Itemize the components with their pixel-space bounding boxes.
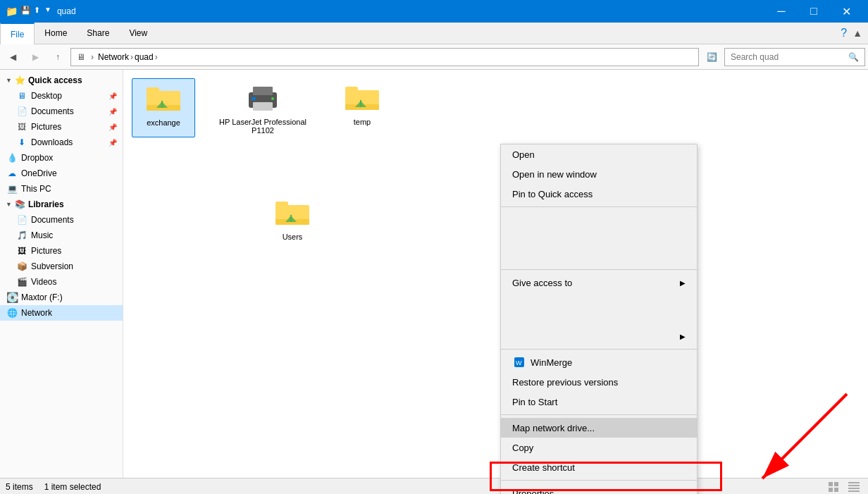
cm-restore-versions[interactable]: Restore previous versions <box>501 372 697 392</box>
sidebar-item-lib-music[interactable]: 🎵 Music <box>0 228 123 243</box>
item-count: 5 items <box>6 482 33 492</box>
file-item-temp[interactable]: temp <box>330 78 394 137</box>
cm-copy[interactable]: Copy <box>501 438 697 457</box>
documents-icon: 📄 <box>16 105 28 118</box>
svg-text:W: W <box>516 359 522 366</box>
svg-rect-29 <box>848 485 860 486</box>
tab-share[interactable]: Share <box>77 23 119 44</box>
printer-icon <box>246 81 280 115</box>
cm-properties[interactable]: Properties <box>501 483 697 494</box>
sidebar-onedrive-label: OneDrive <box>21 168 117 178</box>
sidebar-item-maxtor[interactable]: 💽 Maxtor (F:) <box>0 290 123 305</box>
cm-pin-quick-access[interactable]: Pin to Quick access <box>501 184 697 204</box>
content-area: exchange HP LaserJet Professional P1102 <box>123 70 868 478</box>
cm-separator-4 <box>501 414 697 415</box>
sidebar-item-thispc[interactable]: 💻 This PC <box>0 181 123 197</box>
expand-icon: ▼ <box>6 77 12 84</box>
svg-line-23 <box>762 394 847 478</box>
cm-give-access-label: Give access to <box>512 278 680 288</box>
sidebar: ▼ ⭐ Quick access 🖥 Desktop 📌 📄 Documents… <box>0 70 123 478</box>
help-icon[interactable]: ? <box>841 27 847 39</box>
libraries-label: Libraries <box>28 199 64 209</box>
sidebar-item-dropbox[interactable]: 💧 Dropbox <box>0 150 123 166</box>
details-view-button[interactable] <box>845 479 862 495</box>
quick-access-label: Quick access <box>28 75 82 85</box>
maximize-button[interactable]: □ <box>798 0 830 23</box>
cm-map-network-drive-label: Map network drive... <box>512 423 686 433</box>
sidebar-item-network[interactable]: 🌐 Network <box>0 305 123 321</box>
cm-pin-quick-access-label: Pin to Quick access <box>512 189 686 199</box>
search-input[interactable] <box>731 52 848 62</box>
temp-folder-icon <box>345 81 379 115</box>
ribbon-collapse-icon[interactable]: ▲ <box>852 27 862 39</box>
title-bar-app-icons: 📁 💾 ⬆ ▼ <box>6 6 51 17</box>
ribbon-tabs: File Home Share View ? ▲ <box>0 23 868 44</box>
lib-pics-icon: 🖼 <box>16 245 28 257</box>
cm-give-access[interactable]: Give access to ▶ <box>501 273 697 292</box>
forward-button[interactable]: ▶ <box>25 47 45 67</box>
window-controls: ─ □ ✕ <box>765 0 862 23</box>
path-quad: quad <box>135 52 154 62</box>
file-item-users[interactable]: Users <box>261 193 324 244</box>
libraries-icon: 📚 <box>15 199 25 209</box>
sidebar-item-videos[interactable]: 🎬 Videos <box>0 274 123 290</box>
sidebar-section-libraries[interactable]: ▼ 📚 Libraries <box>0 197 123 212</box>
sidebar-section-quick-access[interactable]: ▼ ⭐ Quick access <box>0 73 123 88</box>
cm-pin-start[interactable]: Pin to Start <box>501 392 697 412</box>
cm-winmerge[interactable]: W WinMerge <box>501 352 697 372</box>
sidebar-item-downloads[interactable]: ⬇ Downloads 📌 <box>0 135 123 150</box>
svg-rect-4 <box>161 101 163 108</box>
cm-create-shortcut[interactable]: Create shortcut <box>501 457 697 477</box>
file-item-printer[interactable]: HP LaserJet Professional P1102 <box>206 78 319 137</box>
pin-icon: 📌 <box>108 139 117 147</box>
svg-rect-31 <box>848 490 860 492</box>
tab-home[interactable]: Home <box>35 23 77 44</box>
maxtor-icon: 💽 <box>6 291 18 304</box>
address-path[interactable]: 🖥 › Network › quad › <box>70 48 699 66</box>
tab-view[interactable]: View <box>119 23 157 44</box>
cm-open[interactable]: Open <box>501 144 697 164</box>
close-button[interactable]: ✕ <box>830 0 862 23</box>
context-menu: Open Open in new window Pin to Quick acc… <box>500 144 698 494</box>
back-button[interactable]: ◀ <box>3 47 23 67</box>
cm-separator-3 <box>501 349 697 350</box>
minimize-button[interactable]: ─ <box>765 0 798 23</box>
search-icon[interactable]: 🔍 <box>848 52 859 62</box>
sidebar-item-documents[interactable]: 📄 Documents 📌 <box>0 104 123 119</box>
search-box[interactable]: 🔍 <box>724 48 865 66</box>
sidebar-item-lib-documents[interactable]: 📄 Documents <box>0 212 123 228</box>
sidebar-item-lib-pictures[interactable]: 🖼 Pictures <box>0 243 123 259</box>
up-button[interactable]: ↑ <box>48 47 68 67</box>
path-network: Network <box>98 52 129 62</box>
sidebar-item-desktop[interactable]: 🖥 Desktop 📌 <box>0 88 123 104</box>
exchange-folder-icon <box>147 82 180 116</box>
ribbon: File Home Share View ? ▲ <box>0 23 868 44</box>
sidebar-item-pictures[interactable]: 🖼 Pictures 📌 <box>0 119 123 135</box>
large-icons-view-button[interactable] <box>826 479 843 495</box>
sidebar-item-onedrive[interactable]: ☁ OneDrive <box>0 166 123 181</box>
exchange-label: exchange <box>147 118 180 127</box>
lib-docs-icon: 📄 <box>16 214 28 226</box>
subversion-icon: 📦 <box>16 260 28 273</box>
refresh-button[interactable]: 🔄 <box>702 47 721 67</box>
cm-submenu-arrow2: ▶ <box>680 333 686 340</box>
tab-file[interactable]: File <box>0 23 35 44</box>
sidebar-lib-docs-label: Documents <box>31 215 117 225</box>
cm-map-network-drive[interactable]: Map network drive... <box>501 418 697 438</box>
sidebar-item-subversion[interactable]: 📦 Subversion <box>0 259 123 274</box>
lib-music-icon: 🎵 <box>16 229 28 242</box>
winmerge-icon: W <box>512 355 526 369</box>
file-item-exchange[interactable]: exchange <box>132 78 195 137</box>
cm-open-new-window[interactable]: Open in new window <box>501 164 697 184</box>
cm-submenu-empty[interactable]: ▶ <box>501 326 697 346</box>
svg-rect-25 <box>834 482 838 486</box>
sidebar-documents-label: Documents <box>31 106 107 116</box>
thispc-icon: 💻 <box>6 183 18 195</box>
svg-point-9 <box>271 97 274 100</box>
main-layout: ▼ ⭐ Quick access 🖥 Desktop 📌 📄 Documents… <box>0 70 868 478</box>
network-icon: 🌐 <box>6 307 18 319</box>
svg-rect-14 <box>360 100 361 107</box>
quick-access-icon: ⭐ <box>15 75 25 85</box>
svg-rect-6 <box>253 87 273 95</box>
svg-rect-28 <box>848 482 860 483</box>
